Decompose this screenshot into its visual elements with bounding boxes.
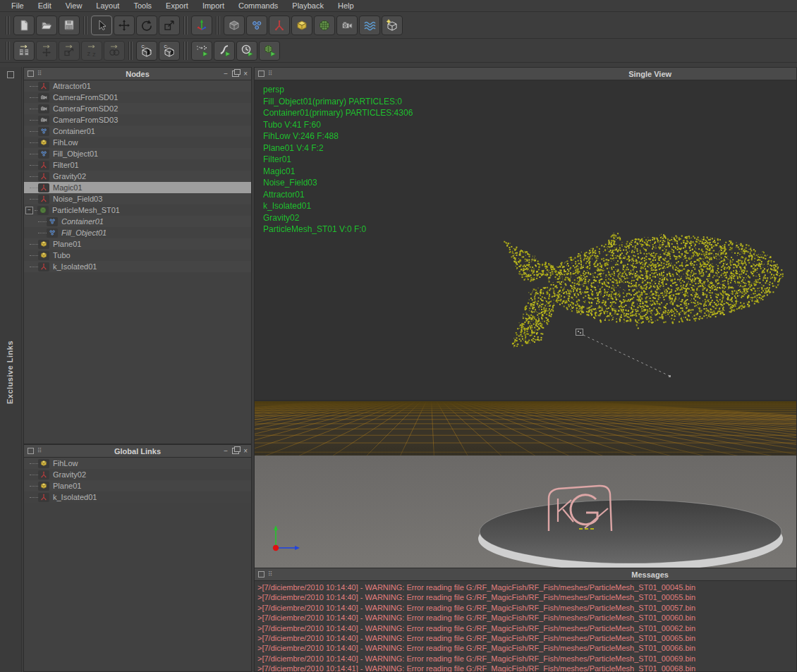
add-realwave-button[interactable] bbox=[359, 16, 380, 35]
viewport-3d[interactable]: perspFill_Object01(primary) PARTICLES:0C… bbox=[255, 80, 796, 568]
menu-file[interactable]: File bbox=[4, 1, 31, 11]
global-link-row-plane01[interactable]: Plane01 bbox=[24, 480, 251, 491]
node-row-camerafromsd03[interactable]: CameraFromSD03 bbox=[24, 114, 251, 126]
node-row-attractor01[interactable]: Attractor01 bbox=[24, 80, 251, 92]
copy-z-button[interactable]: zz bbox=[81, 41, 102, 61]
panel-float-icon[interactable] bbox=[258, 571, 264, 578]
hud-line: Fill_Object01(primary) PARTICLES:0 bbox=[263, 96, 413, 108]
node-row-container01[interactable]: Container01 bbox=[24, 216, 251, 227]
cache-left-button[interactable]: C: bbox=[136, 41, 157, 61]
node-row-filter01[interactable]: Filter01 bbox=[24, 159, 251, 171]
add-domain-button[interactable] bbox=[382, 16, 403, 35]
menu-layout[interactable]: Layout bbox=[89, 1, 126, 11]
node-row-plane01[interactable]: Plane01 bbox=[24, 238, 251, 250]
node-row-particlemesh_st01[interactable]: −ParticleMesh_ST01 bbox=[24, 204, 251, 216]
global-link-row-gravity02[interactable]: Gravity02 bbox=[24, 469, 251, 480]
scale-tool-button[interactable] bbox=[159, 16, 180, 35]
tree-twig bbox=[38, 221, 47, 222]
move-tool-button[interactable] bbox=[114, 16, 135, 35]
node-row-container01[interactable]: Container01 bbox=[24, 126, 251, 137]
sphere-green-icon bbox=[317, 18, 331, 32]
node-label: Plane01 bbox=[53, 482, 81, 490]
node-label: Noise_Field03 bbox=[53, 195, 102, 203]
hud-line: k_Isolated01 bbox=[263, 200, 413, 212]
panel-grid-icon[interactable]: ⠿ bbox=[268, 71, 273, 76]
cache-right-button[interactable]: C: bbox=[159, 41, 180, 61]
gizmo-tool-button[interactable] bbox=[191, 16, 212, 35]
add-camera-button[interactable] bbox=[336, 16, 358, 35]
simulate-timed-button[interactable] bbox=[236, 41, 257, 61]
daemon-icon bbox=[38, 161, 49, 170]
save-scene-button[interactable] bbox=[59, 16, 80, 35]
node-row-tubo[interactable]: Tubo bbox=[24, 250, 251, 261]
node-row-gravity02[interactable]: Gravity02 bbox=[24, 171, 251, 182]
menu-export[interactable]: Export bbox=[159, 1, 195, 11]
add-particles-button[interactable] bbox=[246, 16, 267, 35]
node-row-camerafromsd02[interactable]: CameraFromSD02 bbox=[24, 103, 251, 114]
panel-dock-icon[interactable] bbox=[7, 71, 14, 78]
simulate-mesh-button[interactable] bbox=[259, 41, 280, 61]
node-label: Gravity02 bbox=[53, 470, 86, 479]
exclusive-links-strip: Exclusive Links bbox=[0, 67, 22, 672]
daemon-icon bbox=[38, 470, 49, 479]
node-label: CameraFromSD01 bbox=[53, 93, 118, 102]
node-row-magic01[interactable]: Magic01 bbox=[24, 182, 251, 193]
add-null-button[interactable] bbox=[224, 16, 245, 35]
panel-float-icon[interactable] bbox=[258, 71, 264, 77]
hud-line: Gravity02 bbox=[263, 212, 413, 224]
warning-line: >[7/diciembre/2010 10:14:40] - WARNING: … bbox=[257, 623, 796, 633]
exclusive-links-tab[interactable]: Exclusive Links bbox=[6, 341, 14, 404]
node-row-fihlow[interactable]: FihLow bbox=[24, 137, 251, 148]
node-label: Fill_Object01 bbox=[61, 228, 107, 237]
daemon-icon bbox=[38, 82, 49, 91]
menu-help[interactable]: Help bbox=[331, 1, 361, 11]
sim-mesh-icon bbox=[262, 44, 276, 58]
simulate-curve-button[interactable] bbox=[214, 41, 235, 61]
menu-import[interactable]: Import bbox=[195, 1, 231, 11]
global-link-row-k_isolated01[interactable]: k_Isolated01 bbox=[24, 491, 251, 503]
save-icon bbox=[62, 18, 76, 32]
hud-line: Noise_Field03 bbox=[263, 177, 413, 189]
menu-view[interactable]: View bbox=[59, 1, 90, 11]
new-scene-button[interactable] bbox=[13, 16, 35, 35]
axes-icon bbox=[195, 18, 209, 32]
messages-title: Messages bbox=[631, 570, 669, 579]
menu-commands[interactable]: Commands bbox=[231, 1, 285, 11]
copy-move-icon bbox=[39, 44, 54, 58]
sim-curve-icon bbox=[217, 44, 231, 58]
menu-playback[interactable]: Playback bbox=[285, 1, 331, 11]
float-window-button[interactable] bbox=[232, 71, 239, 77]
menu-tools[interactable]: Tools bbox=[126, 1, 159, 11]
tree-twig bbox=[30, 119, 38, 121]
open-scene-button[interactable] bbox=[36, 16, 57, 35]
tree-twig bbox=[30, 176, 38, 177]
camera-icon bbox=[38, 104, 49, 114]
node-row-k_isolated01[interactable]: k_Isolated01 bbox=[24, 261, 251, 272]
node-row-fill_object01[interactable]: Fill_Object01 bbox=[24, 148, 251, 159]
tree-twig bbox=[30, 85, 38, 87]
daemon-icon bbox=[38, 262, 49, 271]
copy-table-button[interactable] bbox=[13, 41, 35, 61]
node-row-noise_field03[interactable]: Noise_Field03 bbox=[24, 193, 251, 204]
rotate-tool-button[interactable] bbox=[136, 16, 157, 35]
menu-edit[interactable]: Edit bbox=[31, 1, 59, 11]
copy-rings-button[interactable] bbox=[104, 41, 125, 61]
node-row-camerafromsd01[interactable]: CameraFromSD01 bbox=[24, 92, 251, 103]
toolbar-separator bbox=[128, 42, 133, 60]
float-window-button[interactable] bbox=[232, 448, 239, 454]
cube-yellow-icon bbox=[38, 240, 49, 249]
panel-grid-icon[interactable]: ⠿ bbox=[268, 572, 273, 577]
add-daemon-button[interactable] bbox=[269, 16, 290, 35]
copy-scale-button[interactable] bbox=[59, 41, 80, 61]
add-mesh-button[interactable] bbox=[314, 16, 335, 35]
global-link-row-fihlow[interactable]: FihLow bbox=[24, 458, 251, 469]
camera-icon bbox=[38, 116, 49, 125]
tree-twig bbox=[30, 198, 38, 200]
simulate-particles-button[interactable] bbox=[191, 41, 212, 61]
add-object-button[interactable] bbox=[291, 16, 312, 35]
node-row-fill_object01[interactable]: Fill_Object01 bbox=[24, 227, 251, 238]
cube-yellow-icon bbox=[38, 459, 49, 468]
select-tool-button[interactable] bbox=[91, 16, 112, 35]
copy-move-button[interactable] bbox=[36, 41, 57, 61]
expander-icon[interactable]: − bbox=[25, 207, 33, 214]
